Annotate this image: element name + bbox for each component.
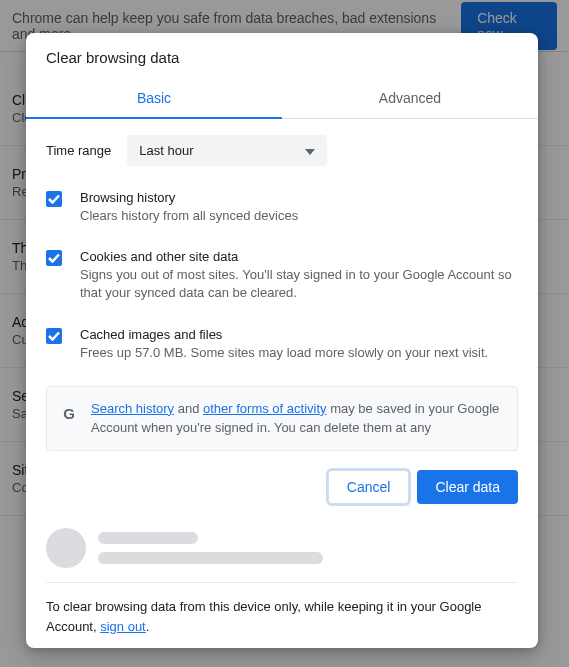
checkbox-browsing-history[interactable] [46, 191, 62, 207]
time-range-select[interactable]: Last hour [127, 135, 327, 166]
google-account-info: G Search history and other forms of acti… [46, 386, 518, 451]
option-sub: Clears history from all synced devices [80, 207, 518, 225]
checkbox-cached[interactable] [46, 328, 62, 344]
option-sub: Signs you out of most sites. You'll stay… [80, 266, 518, 302]
time-range-row: Time range Last hour [46, 135, 518, 166]
chevron-down-icon [305, 143, 315, 158]
dialog-body: Time range Last hour Browsing history Cl… [26, 119, 538, 454]
option-cached: Cached images and files Frees up 57.0 MB… [46, 327, 518, 362]
option-sub: Frees up 57.0 MB. Some sites may load mo… [80, 344, 518, 362]
option-title: Browsing history [80, 190, 518, 205]
info-text: Search history and other forms of activi… [91, 399, 503, 438]
dialog-title: Clear browsing data [26, 33, 538, 78]
cancel-button[interactable]: Cancel [328, 470, 410, 504]
time-range-value: Last hour [139, 143, 193, 158]
account-section: To clear browsing data from this device … [26, 520, 538, 648]
option-browsing-history: Browsing history Clears history from all… [46, 190, 518, 225]
search-history-link[interactable]: Search history [91, 401, 174, 416]
google-icon: G [61, 405, 77, 421]
other-activity-link[interactable]: other forms of activity [203, 401, 327, 416]
clear-data-button[interactable]: Clear data [417, 470, 518, 504]
account-name-placeholder [98, 532, 198, 544]
time-range-label: Time range [46, 143, 111, 158]
option-cookies: Cookies and other site data Signs you ou… [46, 249, 518, 302]
dialog-tabs: Basic Advanced [26, 78, 538, 119]
tab-basic[interactable]: Basic [26, 78, 282, 118]
dialog-actions: Cancel Clear data [26, 454, 538, 520]
divider [46, 582, 518, 583]
option-title: Cookies and other site data [80, 249, 518, 264]
avatar [46, 528, 86, 568]
checkbox-cookies[interactable] [46, 250, 62, 266]
sign-out-link[interactable]: sign out [100, 619, 146, 634]
clear-browsing-data-dialog: Clear browsing data Basic Advanced Time … [26, 33, 538, 648]
option-title: Cached images and files [80, 327, 518, 342]
account-email-placeholder [98, 552, 323, 564]
account-row [46, 528, 518, 568]
signout-text: To clear browsing data from this device … [46, 597, 518, 636]
tab-advanced[interactable]: Advanced [282, 78, 538, 118]
